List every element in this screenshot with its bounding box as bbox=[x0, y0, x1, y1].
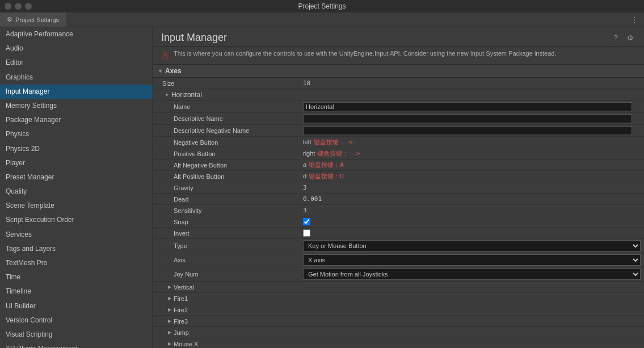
kb-key-label: left bbox=[303, 139, 312, 145]
sidebar-item-ui-builder[interactable]: UI Builder bbox=[0, 299, 153, 313]
checkbox-invert[interactable] bbox=[303, 229, 310, 237]
main-layout: Adaptive PerformanceAudioEditorGraphicsI… bbox=[0, 27, 644, 348]
collapsed-section-label: Jump bbox=[174, 329, 189, 336]
sidebar-item-audio[interactable]: Audio bbox=[0, 41, 153, 56]
collapsed-section-jump[interactable]: ▶Jump bbox=[153, 327, 644, 338]
tab-more-button[interactable]: ⋮ bbox=[625, 15, 644, 24]
collapsed-tri-icon: ▶ bbox=[168, 296, 171, 301]
horizontal-label: Horizontal bbox=[171, 91, 202, 99]
field-row-positive-button: Positive Buttonright键盘按键： -> bbox=[153, 148, 644, 160]
axes-title: Axes bbox=[165, 67, 182, 75]
sidebar-item-quality[interactable]: Quality bbox=[0, 185, 153, 199]
collapsed-section-label: Fire3 bbox=[174, 318, 188, 325]
close-button[interactable] bbox=[5, 3, 11, 10]
settings-body: ▼ Axes Size 18 ▼ Horizontal NameDescript… bbox=[153, 65, 644, 348]
tab-bar: ⚙ Project Settings ⋮ bbox=[0, 12, 644, 27]
sidebar: Adaptive PerformanceAudioEditorGraphicsI… bbox=[0, 27, 153, 348]
tab-project-settings[interactable]: ⚙ Project Settings bbox=[0, 12, 66, 27]
collapsed-sections: ▶Vertical▶Fire1▶Fire2▶Fire3▶Jump▶Mouse X bbox=[153, 282, 644, 348]
size-value: 18 bbox=[300, 78, 644, 88]
content-title: Input Manager bbox=[161, 32, 227, 44]
field-row-snap: Snap bbox=[153, 216, 644, 228]
collapsed-section-label: Fire1 bbox=[174, 295, 188, 302]
collapsed-section-label: Fire2 bbox=[174, 307, 188, 313]
horizontal-triangle: ▼ bbox=[165, 93, 169, 98]
window-title: Project Settings bbox=[298, 2, 346, 10]
sidebar-item-version-control[interactable]: Version Control bbox=[0, 313, 153, 328]
collapsed-tri-icon: ▶ bbox=[168, 284, 171, 290]
sidebar-item-input-manager[interactable]: Input Manager bbox=[0, 85, 153, 99]
kb-text: 键盘按键： -> bbox=[317, 150, 360, 157]
field-row-descriptive-name: Descriptive Name bbox=[153, 113, 644, 125]
collapsed-section-label: Mouse X bbox=[174, 341, 198, 347]
minimize-button[interactable] bbox=[15, 3, 22, 10]
collapsed-section-vertical[interactable]: ▶Vertical bbox=[153, 282, 644, 293]
kb-text: 键盘按键：A bbox=[309, 161, 344, 169]
kb-key-label: d bbox=[303, 173, 306, 179]
kb-text: 键盘按键： <- bbox=[314, 139, 356, 146]
sidebar-item-adaptive-performance[interactable]: Adaptive Performance bbox=[0, 27, 153, 41]
kb-key-label: right bbox=[303, 150, 315, 157]
sidebar-item-physics[interactable]: Physics bbox=[0, 127, 153, 141]
sidebar-item-timeline[interactable]: Timeline bbox=[0, 284, 153, 299]
sidebar-item-editor[interactable]: Editor bbox=[0, 56, 153, 70]
sidebar-item-xr-plugin-management[interactable]: XR Plugin Management bbox=[0, 342, 153, 348]
sidebar-item-textmesh-pro[interactable]: TextMesh Pro bbox=[0, 256, 153, 270]
field-row-invert: Invert bbox=[153, 228, 644, 239]
collapsed-section-fire2[interactable]: ▶Fire2 bbox=[153, 304, 644, 316]
settings-button[interactable]: ⚙ bbox=[625, 32, 636, 43]
size-label: Size bbox=[153, 78, 300, 89]
sidebar-item-player[interactable]: Player bbox=[0, 156, 153, 170]
text-input-name[interactable] bbox=[303, 102, 632, 111]
warning-icon: ⚠ bbox=[161, 50, 169, 61]
fields-container: NameDescriptive NameDescriptive Negative… bbox=[153, 101, 644, 282]
sidebar-item-memory-settings[interactable]: Memory Settings bbox=[0, 99, 153, 113]
text-input-descriptive-name[interactable] bbox=[303, 114, 632, 123]
sidebar-item-services[interactable]: Services bbox=[0, 228, 153, 242]
field-label: Gravity bbox=[153, 183, 300, 193]
axes-section-header[interactable]: ▼ Axes bbox=[153, 65, 644, 78]
sidebar-item-visual-scripting[interactable]: Visual Scripting bbox=[0, 328, 153, 342]
collapsed-section-fire1[interactable]: ▶Fire1 bbox=[153, 293, 644, 304]
field-row-axis: AxisX axisY axis3rd axis bbox=[153, 253, 644, 267]
sidebar-item-tags-and-layers[interactable]: Tags and Layers bbox=[0, 242, 153, 256]
collapsed-tri-icon: ▶ bbox=[168, 330, 171, 335]
sidebar-item-scene-template[interactable]: Scene Template bbox=[0, 199, 153, 213]
collapsed-section-mouse-x[interactable]: ▶Mouse X bbox=[153, 338, 644, 348]
field-row-joy-num: Joy NumGet Motion from all JoysticksJoys… bbox=[153, 267, 644, 282]
sidebar-item-script-execution-order[interactable]: Script Execution Order bbox=[0, 213, 153, 227]
dropdown-joy-num[interactable]: Get Motion from all JoysticksJoystick 1J… bbox=[303, 269, 641, 280]
sidebar-item-time[interactable]: Time bbox=[0, 270, 153, 284]
sidebar-items-list: Adaptive PerformanceAudioEditorGraphicsI… bbox=[0, 27, 153, 348]
field-row-name: Name bbox=[153, 101, 644, 113]
field-label: Dead bbox=[153, 194, 300, 204]
field-label: Invert bbox=[153, 228, 300, 238]
sidebar-item-preset-manager[interactable]: Preset Manager bbox=[0, 170, 153, 185]
content-area: Input Manager ? ⚙ ⚠ This is where you ca… bbox=[153, 27, 644, 348]
field-row-dead: Dead0.001 bbox=[153, 194, 644, 205]
sidebar-item-graphics[interactable]: Graphics bbox=[0, 70, 153, 85]
sidebar-item-physics-2d[interactable]: Physics 2D bbox=[0, 142, 153, 156]
maximize-button[interactable] bbox=[25, 3, 32, 10]
content-header: Input Manager ? ⚙ bbox=[153, 27, 644, 47]
collapsed-section-fire3[interactable]: ▶Fire3 bbox=[153, 316, 644, 327]
field-row-type: TypeKey or Mouse ButtonMouse MovementJoy… bbox=[153, 239, 644, 253]
field-label: Alt Positive Button bbox=[153, 171, 300, 182]
field-label: Axis bbox=[153, 255, 300, 265]
header-icons: ? ⚙ bbox=[612, 32, 636, 43]
title-bar: Project Settings bbox=[0, 0, 644, 12]
axes-triangle: ▼ bbox=[158, 68, 163, 74]
horizontal-section-header[interactable]: ▼ Horizontal bbox=[153, 89, 644, 101]
collapsed-tri-icon: ▶ bbox=[168, 307, 171, 312]
field-row-descriptive-negative-name: Descriptive Negative Name bbox=[153, 125, 644, 137]
sidebar-item-package-manager[interactable]: Package Manager bbox=[0, 113, 153, 127]
checkbox-snap[interactable] bbox=[303, 218, 310, 225]
dropdown-type[interactable]: Key or Mouse ButtonMouse MovementJoystic… bbox=[303, 240, 641, 251]
field-label: Negative Button bbox=[153, 137, 300, 148]
dropdown-axis[interactable]: X axisY axis3rd axis bbox=[303, 254, 641, 266]
field-row-alt-positive-button: Alt Positive Buttond键盘按键：D bbox=[153, 171, 644, 182]
help-button[interactable]: ? bbox=[612, 32, 620, 43]
text-input-descriptive-negative-name[interactable] bbox=[303, 126, 632, 135]
kb-key-label: a bbox=[303, 161, 306, 168]
field-row-alt-negative-button: Alt Negative Buttona键盘按键：A bbox=[153, 160, 644, 171]
